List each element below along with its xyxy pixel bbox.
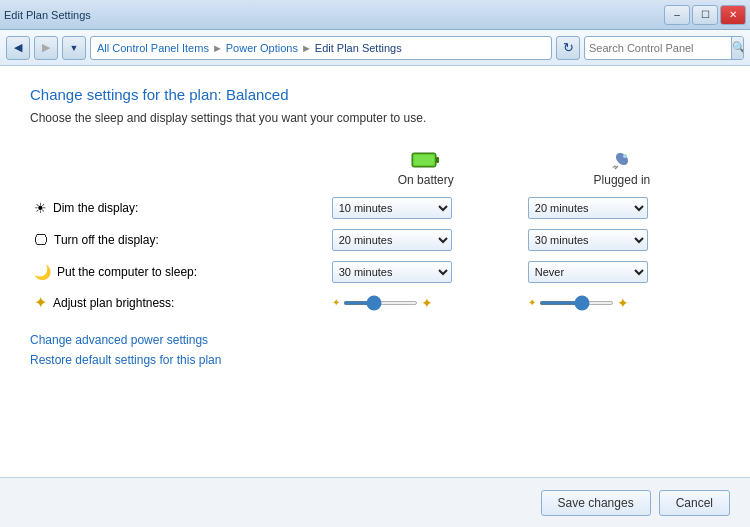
refresh-button[interactable]: ↻ — [556, 36, 580, 60]
sleep-icon: 🌙 — [34, 264, 51, 280]
setting-row-turn-off-display: 🖵 Turn off the display: 1 minute2 minute… — [30, 224, 720, 256]
plugged-icon — [608, 150, 636, 170]
main-content: Change settings for the plan: Balanced C… — [0, 66, 750, 467]
title-controls: – ☐ ✕ — [664, 5, 746, 25]
address-bar: ◀ ▶ ▼ All Control Panel Items ► Power Op… — [0, 30, 750, 66]
dim-display-battery-select[interactable]: 1 minute2 minutes3 minutes5 minutes10 mi… — [332, 197, 452, 219]
setting-row-dim-display: ☀ Dim the display: 1 minute2 minutes3 mi… — [30, 192, 720, 224]
turn-off-display-battery-select[interactable]: 1 minute2 minutes3 minutes5 minutes10 mi… — [332, 229, 452, 251]
search-container: 🔍 — [584, 36, 744, 60]
search-button[interactable]: 🔍 — [731, 37, 744, 59]
search-input[interactable] — [585, 42, 731, 54]
turn-off-display-battery-cell: 1 minute2 minutes3 minutes5 minutes10 mi… — [328, 224, 524, 256]
brightness-battery-cell: ✦ ✦ — [328, 288, 524, 317]
plugged-column-header: Plugged in — [524, 145, 720, 192]
restore-defaults-link[interactable]: Restore default settings for this plan — [30, 353, 720, 367]
sun-large-icon-battery: ✦ — [421, 295, 433, 311]
dim-display-label: Dim the display: — [53, 201, 138, 215]
close-button[interactable]: ✕ — [720, 5, 746, 25]
sun-small-icon-plugged: ✦ — [528, 297, 536, 308]
title-bar-left: Edit Plan Settings — [4, 9, 91, 21]
brightness-plugged-cell: ✦ ✦ — [524, 288, 720, 317]
sleep-plugged-select[interactable]: 1 minute2 minutes3 minutes5 minutes10 mi… — [528, 261, 648, 283]
brightness-plugged-slider[interactable] — [539, 301, 614, 305]
sun-small-icon-battery: ✦ — [332, 297, 340, 308]
minimize-button[interactable]: – — [664, 5, 690, 25]
search-icon: 🔍 — [732, 41, 744, 54]
sun-large-icon-plugged: ✦ — [617, 295, 629, 311]
brightness-label: Adjust plan brightness: — [53, 296, 174, 310]
dim-display-label-cell: ☀ Dim the display: — [30, 192, 328, 224]
column-headers: On battery Plugged in — [30, 145, 720, 192]
dim-display-plugged-cell: 1 minute2 minutes3 minutes5 minutes10 mi… — [524, 192, 720, 224]
dropdown-button[interactable]: ▼ — [62, 36, 86, 60]
cancel-button[interactable]: Cancel — [659, 490, 730, 516]
svg-point-4 — [613, 151, 630, 168]
page-title: Change settings for the plan: Balanced — [30, 86, 720, 103]
page-subtitle: Choose the sleep and display settings th… — [30, 111, 720, 125]
advanced-settings-link[interactable]: Change advanced power settings — [30, 333, 720, 347]
turn-off-display-plugged-select[interactable]: 1 minute2 minutes3 minutes5 minutes10 mi… — [528, 229, 648, 251]
turn-off-display-label: Turn off the display: — [54, 233, 159, 247]
dim-display-plugged-select[interactable]: 1 minute2 minutes3 minutes5 minutes10 mi… — [528, 197, 648, 219]
sleep-label-cell: 🌙 Put the computer to sleep: — [30, 256, 328, 288]
svg-point-6 — [623, 154, 627, 158]
turn-off-display-label-cell: 🖵 Turn off the display: — [30, 224, 328, 256]
title-bar-title: Edit Plan Settings — [4, 9, 91, 21]
dim-display-icon: ☀ — [34, 200, 47, 216]
sleep-plugged-cell: 1 minute2 minutes3 minutes5 minutes10 mi… — [524, 256, 720, 288]
sleep-label: Put the computer to sleep: — [57, 265, 197, 279]
breadcrumb: All Control Panel Items ► Power Options … — [90, 36, 552, 60]
sleep-battery-select[interactable]: 1 minute2 minutes3 minutes5 minutes10 mi… — [332, 261, 452, 283]
forward-button[interactable]: ▶ — [34, 36, 58, 60]
breadcrumb-item-3: Edit Plan Settings — [315, 42, 402, 54]
svg-rect-1 — [436, 157, 439, 163]
settings-table: On battery Plugged in — [30, 145, 720, 317]
brightness-icon: ✦ — [34, 293, 47, 312]
dim-display-battery-cell: 1 minute2 minutes3 minutes5 minutes10 mi… — [328, 192, 524, 224]
brightness-label-cell: ✦ Adjust plan brightness: — [30, 288, 328, 317]
turn-off-display-plugged-cell: 1 minute2 minutes3 minutes5 minutes10 mi… — [524, 224, 720, 256]
save-button[interactable]: Save changes — [541, 490, 651, 516]
sleep-battery-cell: 1 minute2 minutes3 minutes5 minutes10 mi… — [328, 256, 524, 288]
plugged-column-label: Plugged in — [594, 173, 651, 187]
back-button[interactable]: ◀ — [6, 36, 30, 60]
svg-rect-3 — [414, 155, 434, 165]
battery-icon — [411, 150, 441, 170]
breadcrumb-item-1[interactable]: All Control Panel Items — [97, 42, 209, 54]
title-bar: Edit Plan Settings – ☐ ✕ — [0, 0, 750, 30]
battery-column-label: On battery — [398, 173, 454, 187]
setting-row-sleep: 🌙 Put the computer to sleep: 1 minute2 m… — [30, 256, 720, 288]
brightness-row: ✦ Adjust plan brightness: ✦ ✦ ✦ ✦ — [30, 288, 720, 317]
footer: Save changes Cancel — [0, 477, 750, 527]
brightness-battery-slider[interactable] — [343, 301, 418, 305]
battery-column-header: On battery — [328, 145, 524, 192]
links-section: Change advanced power settings Restore d… — [30, 317, 720, 381]
maximize-button[interactable]: ☐ — [692, 5, 718, 25]
breadcrumb-item-2[interactable]: Power Options — [226, 42, 298, 54]
turn-off-display-icon: 🖵 — [34, 232, 48, 248]
